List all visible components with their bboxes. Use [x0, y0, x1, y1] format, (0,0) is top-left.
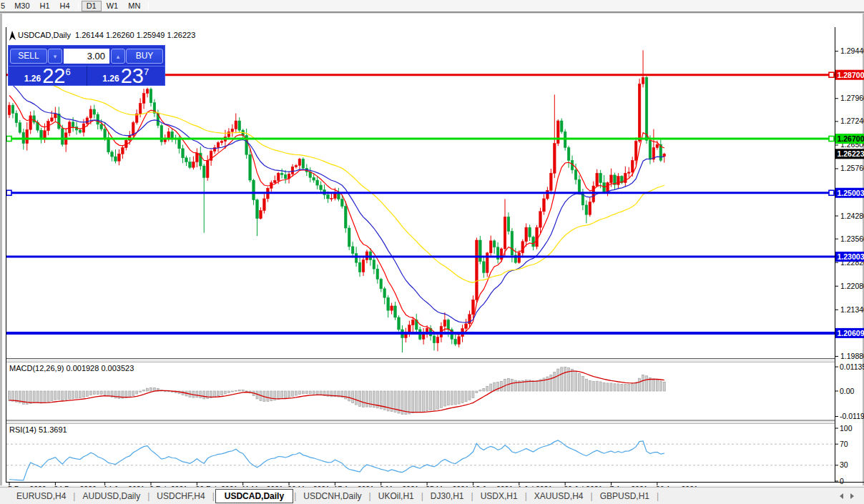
timeframe-button-mn[interactable]: MN [123, 1, 145, 11]
chart-tab-gbpusd[interactable]: GBPUSD,H1 [594, 490, 656, 503]
rsi-indicator-label: RSI(14) 51.3691 [9, 425, 67, 434]
chart-tab-ukoil[interactable]: UKOil,H1 [372, 490, 421, 503]
tab-bar-edge [0, 488, 10, 504]
chart-tab-bar: EURUSD,H4|AUDUSD,Daily|USDCHF,H4|USDCAD,… [0, 487, 864, 504]
price-badge-label: 1.28700 [838, 71, 864, 79]
price-tick-label: 1.23560 [840, 234, 864, 243]
price-tick-label: 1.24280 [840, 212, 864, 220]
timeframe-button-h1[interactable]: H1 [35, 1, 55, 11]
timeframe-button-d1[interactable]: D1 [82, 1, 102, 11]
price-tick-label: 1.22080 [840, 282, 864, 290]
chart-tab-audusd[interactable]: AUDUSD,Daily [76, 490, 147, 503]
price-tick-label: 1.29440 [840, 46, 864, 55]
tabs-scroll-left-icon[interactable] [840, 493, 843, 499]
hline-handle-right-1.25003[interactable] [829, 190, 834, 195]
macd-axis-label: -0.01190 [840, 412, 864, 420]
price-tick-label: 1.25760 [840, 164, 864, 172]
chart-tab-usdx[interactable]: USDX,H1 [474, 490, 524, 503]
rsi-axis-label: 0 [840, 477, 844, 485]
mt4-terminal: 5M30H1H4D1W1MN USDCAD,Daily 1.26144 1.26… [0, 0, 864, 504]
price-badge-label: 1.20609 [838, 329, 864, 337]
buy-button[interactable]: BUY [126, 49, 163, 64]
chart-tab-eurusd[interactable]: EURUSD,H4 [10, 490, 72, 503]
one-click-trading-panel: SELL ▾ 3.00 ▴ BUY 1.26 22 6 1.26 23 7 [8, 45, 165, 86]
rsi-axis-label: 30 [840, 460, 848, 469]
chart-tab-usdchf[interactable]: USDCHF,H4 [150, 490, 211, 503]
bid-price-prefix: 1.26 [24, 73, 41, 84]
volume-decrease-button[interactable]: ▾ [48, 49, 62, 64]
bid-price-big-digits: 22 [42, 67, 65, 84]
volume-increase-button[interactable]: ▴ [111, 49, 125, 64]
hline-handle-right-1.267[interactable] [829, 137, 834, 142]
timeframe-button-m30[interactable]: M30 [9, 1, 34, 11]
price-badge-label: 1.26223 [838, 149, 864, 158]
bid-price[interactable]: 1.26 22 6 [9, 66, 87, 86]
chart-tab-usdcad[interactable]: USDCAD,Daily [215, 489, 293, 503]
chart-tab-dj30[interactable]: DJ30,H1 [424, 490, 471, 503]
bid-price-sup-digit: 6 [65, 69, 70, 76]
ask-price-prefix: 1.26 [102, 73, 119, 84]
timeframe-button-h4[interactable]: H4 [55, 1, 75, 11]
tab-separator: | [656, 491, 659, 501]
tabs-scroll-right-icon[interactable] [850, 493, 854, 499]
ask-price-sup-digit: 7 [144, 69, 149, 76]
ask-price[interactable]: 1.26 23 7 [87, 66, 165, 86]
chart-window[interactable]: USDCAD,Daily 1.26144 1.26260 1.25949 1.2… [0, 14, 864, 485]
timeframe-toolbar: 5M30H1H4D1W1MN [0, 0, 864, 11]
price-badge-label: 1.26700 [838, 134, 864, 143]
price-tick-label: 1.27960 [840, 94, 864, 102]
price-tick-label: 1.27240 [840, 117, 864, 125]
macd-indicator-label: MACD(12,26,9) 0.001928 0.003523 [9, 364, 134, 372]
chart-tab-usdcnh[interactable]: USDCNH,Daily [297, 490, 368, 503]
timeframe-button-5[interactable]: 5 [0, 1, 9, 11]
volume-input[interactable]: 3.00 [64, 49, 109, 64]
price-tick-label: 1.21340 [840, 305, 864, 314]
chart-tab-xauusd[interactable]: XAUUSD,H4 [528, 490, 590, 503]
rsi-axis-label: 70 [840, 440, 848, 448]
toolbar-separator [78, 1, 79, 10]
hline-handle-right-1.287[interactable] [829, 72, 834, 77]
hline-handle-left-1.25003[interactable] [6, 190, 11, 195]
rsi-axis-label: 100 [840, 424, 853, 433]
price-tick-label: 1.19880 [840, 352, 864, 360]
toolbar-separator [148, 1, 149, 10]
price-badge-label: 1.23003 [838, 252, 864, 261]
sell-button[interactable]: SELL [10, 49, 47, 64]
macd-axis-label: 0.00 [840, 387, 855, 395]
timeframe-button-w1[interactable]: W1 [102, 1, 124, 11]
hline-handle-left-1.267[interactable] [6, 137, 11, 142]
price-badge-label: 1.25003 [838, 189, 864, 197]
ask-price-big-digits: 23 [121, 67, 144, 84]
macd-axis-label: 0.01135 [840, 362, 864, 371]
